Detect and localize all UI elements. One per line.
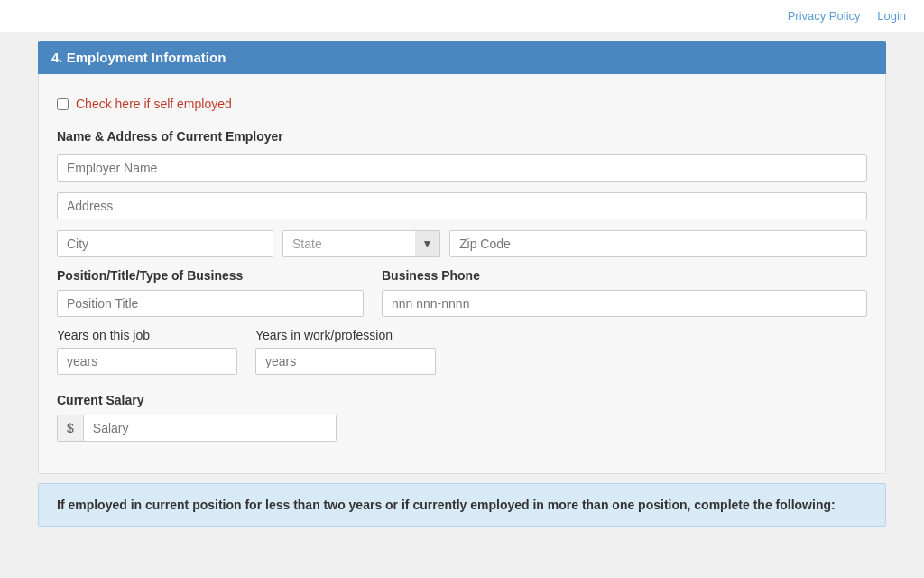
address-group: [57, 192, 867, 219]
login-link[interactable]: Login: [877, 9, 906, 23]
business-phone-input[interactable]: [382, 290, 867, 317]
position-title-input[interactable]: [57, 290, 364, 317]
years-on-job-col: Years on this job: [57, 328, 237, 375]
years-on-job-input[interactable]: [57, 348, 237, 375]
self-employed-row: Check here if self employed: [57, 97, 867, 111]
state-col: State Alabama Alaska Arizona California …: [282, 230, 440, 257]
salary-input-wrapper: $: [57, 415, 337, 442]
years-in-profession-col: Years in work/profession: [255, 328, 436, 375]
city-col: [57, 230, 273, 257]
info-box-text: If employed in current position for less…: [57, 498, 867, 512]
state-select[interactable]: State Alabama Alaska Arizona California …: [282, 230, 440, 257]
salary-dollar-symbol: $: [58, 415, 84, 441]
position-col: Position/Title/Type of Business: [57, 268, 364, 317]
salary-input[interactable]: [84, 415, 336, 441]
position-phone-row: Position/Title/Type of Business Business…: [57, 268, 867, 317]
employer-group-label: Name & Address of Current Employer: [57, 129, 867, 144]
business-phone-label: Business Phone: [382, 268, 867, 283]
position-group-label: Position/Title/Type of Business: [57, 268, 364, 283]
business-phone-col: Business Phone: [382, 268, 867, 317]
years-in-profession-label: Years in work/profession: [255, 328, 436, 342]
privacy-policy-link[interactable]: Privacy Policy: [788, 9, 861, 23]
years-on-job-label: Years on this job: [57, 328, 237, 342]
self-employed-label: Check here if self employed: [76, 97, 232, 111]
top-bar: Privacy Policy Login: [0, 0, 924, 32]
employer-name-input[interactable]: [57, 154, 867, 182]
salary-section: Current Salary $: [57, 393, 867, 442]
current-salary-label: Current Salary: [57, 393, 867, 407]
section-header: 4. Employment Information: [38, 41, 886, 74]
info-box: If employed in current position for less…: [38, 483, 886, 527]
address-input[interactable]: [57, 192, 867, 219]
zip-col: [449, 230, 867, 257]
self-employed-checkbox[interactable]: [57, 98, 69, 110]
years-section: Years on this job Years in work/professi…: [57, 328, 867, 375]
years-in-profession-input[interactable]: [255, 348, 436, 375]
self-employed-here-link[interactable]: here: [116, 97, 141, 111]
city-state-zip-row: State Alabama Alaska Arizona California …: [57, 230, 867, 257]
city-input[interactable]: [57, 230, 273, 257]
state-select-wrapper: State Alabama Alaska Arizona California …: [282, 230, 440, 257]
zip-input[interactable]: [449, 230, 867, 257]
section-body: Check here if self employed Name & Addre…: [38, 74, 886, 474]
employer-name-group: [57, 154, 867, 182]
